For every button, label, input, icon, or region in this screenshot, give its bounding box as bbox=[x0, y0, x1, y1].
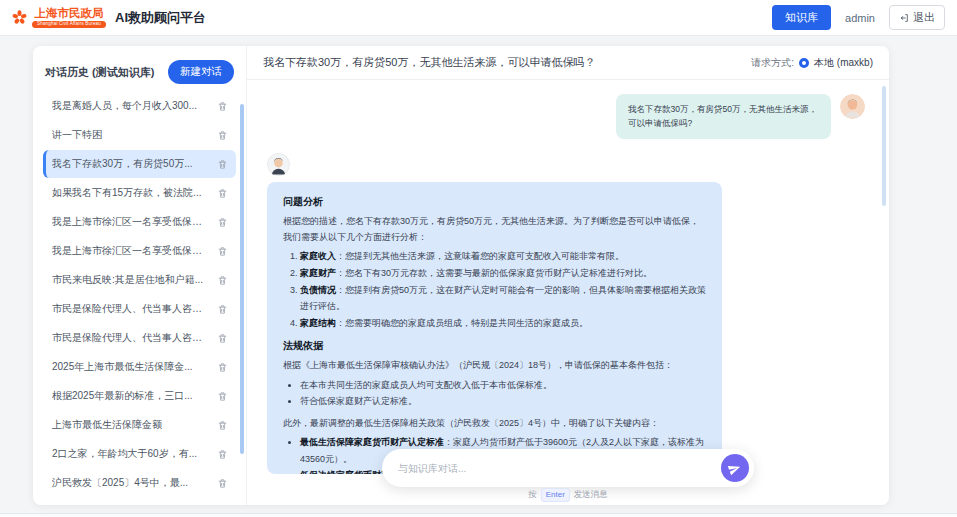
ai-message-content: 问题分析根据您的描述，您名下有存款30万元，有房贷50万元，无其他生活来源。为了… bbox=[283, 195, 706, 474]
conversation-title: 我是离婚人员，每个月收入300... bbox=[52, 99, 197, 113]
delete-conversation-icon[interactable] bbox=[217, 246, 228, 257]
conversation-title: 我名下存款30万，有房贷50万... bbox=[52, 157, 193, 171]
conversation-title: 如果我名下有15万存款，被法院... bbox=[52, 186, 201, 200]
hint-suffix: 发送消息 bbox=[574, 489, 608, 501]
delete-conversation-icon[interactable] bbox=[217, 420, 228, 431]
paper-plane-icon bbox=[726, 460, 743, 477]
conversation-list-item[interactable]: 上海市最低生活保障金额 bbox=[43, 411, 236, 439]
conversation-list-item[interactable]: 2口之家，年龄均大于60岁，有... bbox=[43, 440, 236, 468]
user-message-bubble: 我名下存款30万，有房贷50万，无其他生活来源，可以申请低保吗? bbox=[616, 94, 831, 139]
chat-header: 我名下存款30万，有房贷50万，无其他生活来源，可以申请低保吗？ 请求方式: 本… bbox=[247, 46, 889, 80]
conversation-title: 我是上海市徐汇区一名享受低保的... bbox=[52, 244, 210, 258]
knowledge-base-button[interactable]: 知识库 bbox=[772, 5, 831, 30]
enter-key-badge: Enter bbox=[541, 488, 570, 502]
delete-conversation-icon[interactable] bbox=[217, 333, 228, 344]
conversation-list-item[interactable]: 根据2025年最新的标准，三口... bbox=[43, 382, 236, 410]
conversation-list-item[interactable]: 沪民救发〔2025〕4号中，最... bbox=[43, 469, 236, 497]
username-link[interactable]: admin bbox=[845, 12, 875, 24]
org-name-english-badge: Shanghai Civil Affairs Bureau bbox=[32, 21, 106, 28]
delete-conversation-icon[interactable] bbox=[217, 391, 228, 402]
logout-button[interactable]: 退出 bbox=[889, 5, 945, 30]
conversation-list-item[interactable]: 我是离婚人员，每个月收入300... bbox=[43, 92, 236, 120]
delete-conversation-icon[interactable] bbox=[217, 159, 228, 170]
conversation-title: 2口之家，年龄均大于60岁，有... bbox=[52, 447, 197, 461]
conversation-title: 市民来电反映:其是居住地和户籍... bbox=[52, 273, 203, 287]
request-mode-label: 请求方式: bbox=[751, 56, 794, 70]
conversation-title: 上海市最低生活保障金额 bbox=[52, 418, 162, 432]
sidebar-title: 对话历史 (测试知识库) bbox=[45, 65, 154, 80]
conversation-list: 我是离婚人员，每个月收入300... 讲一下特困 我名下存款30万，有房贷50万… bbox=[43, 92, 236, 497]
request-mode-value: 本地 (maxkb) bbox=[814, 56, 873, 70]
conversation-list-item[interactable]: 市民是保险代理人、代当事人咨询... bbox=[43, 295, 236, 323]
chat-scrollbar[interactable] bbox=[882, 86, 886, 206]
conversation-sidebar: 对话历史 (测试知识库) 新建对话 我是离婚人员，每个月收入300... 讲一下… bbox=[33, 46, 247, 505]
message-input[interactable] bbox=[398, 463, 713, 474]
delete-conversation-icon[interactable] bbox=[217, 130, 228, 141]
hint-prefix: 按 bbox=[528, 489, 537, 501]
sidebar-scrollbar[interactable] bbox=[240, 104, 244, 454]
conversation-list-item[interactable]: 市民是保险代理人、代当事人咨询... bbox=[43, 324, 236, 352]
user-message-row: 我名下存款30万，有房贷50万，无其他生活来源，可以申请低保吗? bbox=[265, 94, 865, 139]
flower-logo-icon bbox=[12, 10, 27, 25]
radio-selected-icon[interactable] bbox=[799, 58, 809, 68]
send-hint: 按 Enter 发送消息 bbox=[247, 488, 889, 502]
conversation-list-item[interactable]: 讲一下特困 bbox=[43, 121, 236, 149]
conversation-list-item[interactable]: 我是上海市徐汇区一名享受低保的... bbox=[43, 237, 236, 265]
delete-conversation-icon[interactable] bbox=[217, 362, 228, 373]
conversation-title: 根据2025年最新的标准，三口... bbox=[52, 389, 193, 403]
conversation-title: 2025年上海市最低生活保障金... bbox=[52, 360, 193, 374]
conversation-list-item[interactable]: 2025年上海市最低生活保障金... bbox=[43, 353, 236, 381]
org-logo: 上海市民政局 Shanghai Civil Affairs Bureau bbox=[12, 7, 106, 28]
assistant-avatar bbox=[267, 153, 290, 176]
delete-conversation-icon[interactable] bbox=[217, 217, 228, 228]
user-avatar bbox=[840, 94, 865, 119]
conversation-list-item[interactable]: 我是上海市徐汇区一名享受低保的... bbox=[43, 208, 236, 236]
conversation-list-item[interactable]: 如果我名下有15万存款，被法院... bbox=[43, 179, 236, 207]
new-chat-button[interactable]: 新建对话 bbox=[168, 60, 234, 84]
conversation-title: 讲一下特困 bbox=[52, 128, 102, 142]
top-header-bar: 上海市民政局 Shanghai Civil Affairs Bureau AI救… bbox=[0, 0, 957, 36]
conversation-title: 我是上海市徐汇区一名享受低保的... bbox=[52, 215, 210, 229]
conversation-list-item[interactable]: 我名下存款30万，有房贷50万... bbox=[43, 150, 236, 178]
delete-conversation-icon[interactable] bbox=[217, 478, 228, 489]
delete-conversation-icon[interactable] bbox=[217, 449, 228, 460]
send-button[interactable] bbox=[721, 454, 749, 482]
conversation-list-item[interactable]: 市民来电反映:其是居住地和户籍... bbox=[43, 266, 236, 294]
chat-message-area: 我名下存款30万，有房贷50万，无其他生活来源，可以申请低保吗? 问题分析根据您… bbox=[247, 80, 889, 505]
app-title: AI救助顾问平台 bbox=[115, 9, 206, 27]
main-card: 对话历史 (测试知识库) 新建对话 我是离婚人员，每个月收入300... 讲一下… bbox=[33, 46, 889, 505]
page-footer-divider bbox=[0, 513, 957, 517]
ai-message-row: 问题分析根据您的描述，您名下有存款30万元，有房贷50万元，无其他生活来源。为了… bbox=[265, 153, 871, 474]
chat-panel: 我名下存款30万，有房贷50万，无其他生活来源，可以申请低保吗？ 请求方式: 本… bbox=[247, 46, 889, 505]
conversation-title: 沪民救发〔2025〕4号中，最... bbox=[52, 476, 188, 490]
message-input-bar bbox=[382, 449, 754, 487]
chat-topic-title: 我名下存款30万，有房贷50万，无其他生活来源，可以申请低保吗？ bbox=[263, 55, 595, 70]
delete-conversation-icon[interactable] bbox=[217, 101, 228, 112]
delete-conversation-icon[interactable] bbox=[217, 304, 228, 315]
delete-conversation-icon[interactable] bbox=[217, 275, 228, 286]
logout-icon bbox=[899, 13, 909, 23]
org-name: 上海市民政局 bbox=[35, 7, 104, 20]
conversation-title: 市民是保险代理人、代当事人咨询... bbox=[52, 331, 210, 345]
conversation-title: 市民是保险代理人、代当事人咨询... bbox=[52, 302, 210, 316]
ai-message-bubble: 问题分析根据您的描述，您名下有存款30万元，有房贷50万元，无其他生活来源。为了… bbox=[267, 182, 722, 474]
delete-conversation-icon[interactable] bbox=[217, 188, 228, 199]
logout-label: 退出 bbox=[913, 10, 935, 25]
